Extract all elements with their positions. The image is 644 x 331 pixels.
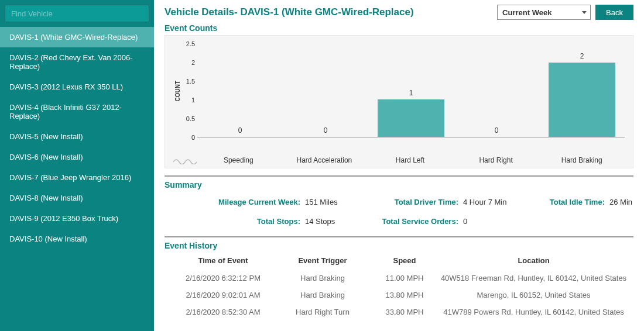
header-controls: Current Week Back [497, 5, 633, 20]
chart-y-tick: 0.5 [186, 115, 195, 122]
chart-bar-value-label: 0 [238, 126, 242, 135]
history-cell-time: 2/16/2020 6:32:12 PM [170, 274, 276, 282]
summary-label-idle-time: Total Idle Time: [533, 198, 609, 206]
chart-bar-column: 0 [197, 44, 283, 137]
history-row[interactable]: 2/16/2020 9:02:01 AMHard Braking13.80 MP… [165, 287, 633, 304]
history-cell-speed: 13.80 MPH [369, 291, 440, 299]
chart-x-label: Hard Braking [539, 153, 625, 164]
history-cell-trigger: Hard Braking [276, 274, 369, 282]
chart-bar [549, 63, 615, 137]
chart-bar [378, 99, 444, 137]
history-header-trigger: Event Trigger [276, 256, 369, 265]
chart-x-label: Hard Right [453, 153, 539, 164]
chart-y-ticks: 00.511.522.5 [182, 44, 197, 137]
divider [165, 175, 633, 177]
sidebar-item-vehicle[interactable]: DAVIS-1 (White GMC-Wired-Replace) [0, 27, 154, 47]
chart-x-labels: SpeedingHard AccelerationHard LeftHard R… [196, 153, 625, 164]
chart-bar-column: 1 [368, 44, 454, 137]
sidebar-item-vehicle[interactable]: DAVIS-7 (Blue Jeep Wrangler 2016) [0, 167, 154, 188]
sidebar-item-vehicle[interactable]: DAVIS-10 (New Install) [0, 229, 154, 249]
summary-label-driver-time: Total Driver Time: [375, 198, 463, 206]
history-cell-location: 41W789 Powers Rd, Huntley, IL 60142, Uni… [440, 308, 628, 316]
page-title: Vehicle Details- DAVIS-1 (White GMC-Wire… [165, 6, 414, 18]
summary-label-stops: Total Stops: [200, 217, 305, 226]
vehicle-list: DAVIS-1 (White GMC-Wired-Replace)DAVIS-2… [0, 27, 154, 249]
section-title-event-history: Event History [165, 241, 633, 250]
history-row[interactable]: 2/16/2020 8:52:30 AMHard Right Turn33.80… [165, 304, 633, 320]
sidebar-item-vehicle[interactable]: DAVIS-5 (New Install) [0, 126, 154, 147]
search-input[interactable] [5, 5, 149, 22]
chart-y-tick: 2 [191, 59, 195, 66]
sidebar-item-vehicle[interactable]: DAVIS-8 (New Install) [0, 188, 154, 208]
header-row: Vehicle Details- DAVIS-1 (White GMC-Wire… [165, 5, 633, 20]
chart-bars: 00102 [197, 44, 625, 137]
sidebar-item-vehicle[interactable]: DAVIS-4 (Black Infiniti G37 2012-Replace… [0, 97, 154, 126]
summary-value-driver-time: 4 Hour 7 Min [463, 198, 533, 206]
chart-y-tick: 1 [191, 96, 195, 104]
summary-value-stops: 14 Stops [305, 217, 375, 226]
history-header-time: Time of Event [170, 256, 276, 265]
search-wrap [0, 0, 154, 27]
chart-x-label: Speeding [196, 153, 282, 164]
main-panel: Vehicle Details- DAVIS-1 (White GMC-Wire… [154, 0, 644, 331]
summary-label-mileage: Mileage Current Week: [200, 198, 305, 206]
section-title-summary: Summary [165, 180, 633, 189]
history-cell-time: 2/16/2020 8:52:30 AM [170, 308, 276, 316]
vehicle-sidebar: DAVIS-1 (White GMC-Wired-Replace)DAVIS-2… [0, 0, 154, 331]
history-cell-speed: 11.00 MPH [369, 274, 440, 282]
history-header-location: Location [440, 256, 628, 265]
sidebar-item-vehicle[interactable]: DAVIS-2 (Red Chevy Ext. Van 2006-Replace… [0, 47, 154, 77]
history-cell-trigger: Hard Right Turn [276, 308, 369, 316]
chart-y-tick: 1.5 [186, 78, 195, 85]
chart-bar-value-label: 0 [324, 126, 328, 135]
section-title-event-counts: Event Counts [165, 23, 633, 33]
summary-label-service-orders: Total Service Orders: [375, 217, 463, 226]
chart-x-label: Hard Acceleration [282, 153, 368, 164]
history-cell-location: Marengo, IL 60152, United States [440, 291, 628, 299]
chart-plot-area: 00102 [197, 44, 625, 137]
history-rows: 2/16/2020 6:32:12 PMHard Braking11.00 MP… [165, 270, 633, 320]
back-button[interactable]: Back [595, 5, 633, 20]
chart-y-tick: 2.5 [186, 40, 195, 47]
chart-bar-column: 2 [539, 44, 625, 137]
summary-value-idle-time: 26 Min [609, 198, 644, 206]
chart-bar-value-label: 0 [495, 126, 499, 135]
history-cell-speed: 33.80 MPH [369, 308, 440, 316]
summary-value-service-orders: 0 [463, 217, 533, 226]
history-cell-location: 40W518 Freeman Rd, Huntley, IL 60142, Un… [440, 274, 628, 282]
history-header-row: Time of Event Event Trigger Speed Locati… [165, 250, 633, 270]
chart-x-label: Hard Left [367, 153, 453, 164]
chart-bar-column: 0 [454, 44, 539, 137]
chart-bar-column: 0 [283, 44, 368, 137]
history-cell-trigger: Hard Braking [276, 291, 369, 299]
history-header-speed: Speed [369, 256, 440, 265]
sidebar-item-vehicle[interactable]: DAVIS-9 (2012 E350 Box Truck) [0, 208, 154, 229]
chart-y-tick: 0 [191, 134, 195, 141]
period-select[interactable]: Current Week [497, 5, 591, 20]
chart-bar-value-label: 2 [580, 52, 584, 60]
summary-value-mileage: 151 Miles [305, 198, 375, 206]
chart-y-axis-label: COUNT [173, 81, 182, 102]
chart-bar-value-label: 1 [409, 89, 413, 97]
chart-scrollbar-icon [173, 156, 197, 164]
sidebar-item-vehicle[interactable]: DAVIS-3 (2012 Lexus RX 350 LL) [0, 77, 154, 97]
event-counts-chart: COUNT 00.511.522.5 00102 SpeedingHard Ac… [165, 35, 633, 168]
history-row[interactable]: 2/16/2020 6:32:12 PMHard Braking11.00 MP… [165, 270, 633, 287]
summary-grid: Mileage Current Week: 151 Miles Total Dr… [165, 189, 633, 229]
history-cell-time: 2/16/2020 9:02:01 AM [170, 291, 276, 299]
period-select-value: Current Week [502, 8, 551, 17]
divider [165, 236, 633, 237]
sidebar-item-vehicle[interactable]: DAVIS-6 (New Install) [0, 147, 154, 167]
